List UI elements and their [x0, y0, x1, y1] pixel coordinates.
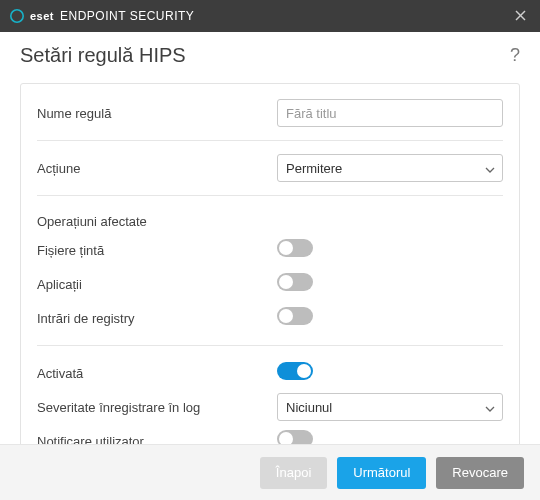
affected-operations-label: Operațiuni afectate [37, 206, 503, 233]
cancel-button[interactable]: Revocare [436, 457, 524, 489]
target-files-toggle[interactable] [277, 239, 313, 257]
action-value: Permitere [286, 161, 342, 176]
action-label: Acțiune [37, 161, 277, 176]
registry-entries-toggle[interactable] [277, 307, 313, 325]
titlebar: eset ENDPOINT SECURITY [0, 0, 540, 32]
applications-toggle[interactable] [277, 273, 313, 291]
log-severity-value: Niciunul [286, 400, 332, 415]
footer: Înapoi Următorul Revocare [0, 444, 540, 500]
log-severity-select[interactable]: Niciunul [277, 393, 503, 421]
enabled-label: Activată [37, 366, 277, 381]
enabled-toggle[interactable] [277, 362, 313, 380]
divider [37, 195, 503, 196]
action-select[interactable]: Permitere [277, 154, 503, 182]
brand: eset ENDPOINT SECURITY [10, 9, 194, 23]
target-files-label: Fișiere țintă [37, 243, 277, 258]
rule-name-label: Nume regulă [37, 106, 277, 121]
registry-entries-label: Intrări de registry [37, 311, 277, 326]
page-title: Setări regulă HIPS [20, 44, 186, 67]
back-button: Înapoi [260, 457, 327, 489]
brand-prefix: eset [30, 10, 54, 22]
settings-panel: Nume regulă Acțiune Permitere Operați [20, 83, 520, 477]
applications-label: Aplicații [37, 277, 277, 292]
log-severity-label: Severitate înregistrare în log [37, 400, 277, 415]
divider [37, 140, 503, 141]
product-name: ENDPOINT SECURITY [60, 9, 194, 23]
rule-name-input[interactable] [277, 99, 503, 127]
close-icon[interactable] [510, 9, 530, 24]
eset-logo-icon [10, 9, 24, 23]
help-icon[interactable]: ? [510, 45, 520, 66]
next-button[interactable]: Următorul [337, 457, 426, 489]
svg-point-0 [11, 10, 23, 22]
divider [37, 345, 503, 346]
